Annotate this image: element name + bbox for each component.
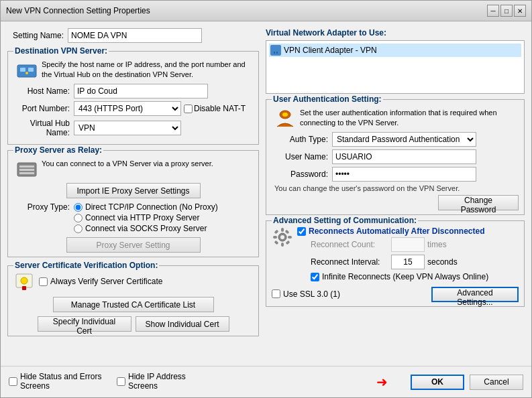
svg-rect-19 [281, 243, 284, 247]
server-cert-group: Server Certificate Verification Option: … [7, 265, 259, 336]
user-auth-icon [274, 108, 296, 129]
host-name-input[interactable] [74, 84, 208, 98]
setting-name-input[interactable] [68, 28, 202, 43]
proxy-http-label: Connect via HTTP Proxy Server [85, 213, 200, 222]
reconnect-count-label: Reconnect Count: [311, 240, 391, 249]
proxy-info: You can connect to a VPN Server via a pr… [13, 156, 253, 183]
footer-checkboxes: Hide Status and Errors Screens Hide IP A… [9, 372, 198, 392]
title-bar: New VPN Connection Setting Properties ─ … [1, 1, 531, 21]
hide-ip-row: Hide IP Address Screens [117, 372, 197, 391]
reconnect-auto-checkbox[interactable] [297, 227, 306, 236]
footer: Hide Status and Errors Screens Hide IP A… [1, 366, 531, 397]
proxy-socks-radio[interactable] [74, 224, 83, 233]
user-auth-desc: Set the user authentication information … [300, 108, 516, 129]
hide-status-label: Hide Status and Errors Screens [20, 372, 109, 391]
virtual-adapter-section: Virtual Network Adapter to Use: VPN Clie… [266, 28, 525, 94]
manage-trusted-ca-button[interactable]: Manage Trusted CA Certificate List [53, 297, 214, 312]
hide-status-checkbox[interactable] [9, 377, 17, 386]
setting-name-row: Setting Name: [7, 28, 259, 43]
user-name-row: User Name: [272, 149, 519, 164]
always-verify-row: Always Verify Server Certificate [39, 277, 162, 286]
auth-type-row: Auth Type: Standard Password Authenticat… [272, 132, 519, 147]
hub-name-label: Virtual Hub Name: [13, 119, 74, 137]
right-panel: Virtual Network Adapter to Use: VPN Clie… [266, 28, 525, 359]
always-verify-checkbox[interactable] [39, 277, 48, 286]
svg-point-3 [25, 72, 28, 74]
setting-name-label: Setting Name: [7, 31, 68, 40]
hub-name-select[interactable]: VPN [74, 121, 181, 135]
advanced-comm-options: Reconnects Automatically After Disconnec… [297, 226, 519, 283]
change-pass-text: You can change the user's password on th… [274, 184, 519, 192]
port-number-label: Port Number: [13, 104, 74, 113]
reconnect-interval-input[interactable] [391, 255, 425, 269]
port-number-row: Port Number: 443 (HTTPS Port) Disable NA… [13, 101, 253, 116]
proxy-direct-radio[interactable] [74, 203, 83, 212]
reconnect-count-input[interactable] [391, 237, 425, 252]
proxy-group: Proxy Server as Relay: You can connect t… [7, 150, 259, 257]
svg-rect-12 [274, 52, 275, 54]
user-auth-title: User Authentication Setting: [272, 94, 383, 104]
reconnect-count-unit: times [427, 240, 447, 249]
proxy-socks-label: Connect via SOCKS Proxy Server [85, 224, 207, 233]
advanced-settings-button[interactable]: Advanced Settings... [431, 287, 519, 302]
password-row: Password: [272, 167, 519, 182]
dialog-title: New VPN Connection Setting Properties [6, 6, 150, 15]
svg-rect-18 [281, 228, 284, 232]
svg-point-17 [280, 235, 284, 239]
cert-icon [13, 271, 35, 293]
adapter-name: VPN Client Adapter - VPN [284, 46, 377, 55]
reconnect-interval-unit: seconds [427, 257, 458, 267]
ok-button[interactable]: OK [411, 375, 464, 390]
user-name-input[interactable] [332, 149, 476, 164]
disable-nat-checkbox[interactable] [184, 105, 193, 113]
change-password-button[interactable]: Change Password [438, 195, 519, 210]
reconnect-count-row: Reconnect Count: times [311, 237, 519, 252]
auth-type-select[interactable]: Standard Password Authentication [332, 132, 476, 147]
proxy-server-icon [16, 159, 38, 180]
svg-rect-25 [274, 240, 278, 245]
infinite-reconnect-label: Infinite Reconnects (Keep VPN Always Onl… [322, 272, 488, 281]
svg-rect-13 [276, 52, 278, 54]
host-name-row: Host Name: [13, 84, 253, 98]
svg-rect-10 [22, 286, 26, 290]
specify-individual-cert-button[interactable]: Specify Individual Cert [38, 316, 131, 332]
proxy-setting-button[interactable]: Proxy Server Setting [66, 237, 201, 253]
always-verify-label: Always Verify Server Certificate [50, 277, 162, 286]
cancel-button[interactable]: Cancel [470, 375, 523, 390]
arrow-container: ➜ [203, 374, 406, 390]
auth-type-label: Auth Type: [272, 135, 332, 144]
hide-ip-checkbox[interactable] [117, 377, 125, 386]
minimize-button[interactable]: ─ [487, 5, 499, 17]
svg-point-15 [282, 113, 288, 117]
server-cert-title: Server Certificate Verification Option: [13, 261, 159, 270]
svg-rect-1 [20, 68, 25, 72]
use-ssl-label: Use SSL 3.0 (1) [283, 289, 340, 299]
svg-rect-7 [19, 172, 34, 174]
user-auth-info: Set the user authentication information … [272, 105, 519, 132]
disable-nat-label: Disable NAT-T [194, 104, 246, 113]
svg-rect-24 [284, 229, 289, 234]
svg-rect-5 [19, 165, 34, 168]
proxy-radio-direct: Direct TCP/IP Connection (No Proxy) [74, 202, 218, 212]
destination-vpn-group: Destination VPN Server: Specify the host… [7, 51, 259, 145]
adapter-item: VPN Client Adapter - VPN [269, 44, 521, 57]
maximize-button[interactable]: □ [500, 5, 513, 17]
hub-name-row: Virtual Hub Name: VPN [13, 119, 253, 137]
close-button[interactable]: ✕ [514, 5, 526, 17]
infinite-reconnect-checkbox[interactable] [311, 273, 319, 281]
show-individual-cert-button[interactable]: Show Individual Cert [136, 316, 229, 332]
reconnect-interval-label: Reconnect Interval: [311, 257, 391, 267]
password-input[interactable] [332, 167, 476, 182]
svg-rect-21 [288, 236, 292, 239]
proxy-group-title: Proxy Server as Relay: [13, 145, 103, 155]
proxy-direct-label: Direct TCP/IP Connection (No Proxy) [85, 202, 218, 212]
use-ssl-checkbox[interactable] [272, 289, 280, 298]
port-number-select[interactable]: 443 (HTTPS Port) [74, 101, 181, 116]
svg-point-9 [21, 277, 28, 284]
import-ie-proxy-button[interactable]: Import IE Proxy Server Settings [66, 183, 201, 198]
proxy-info-text: You can connect to a VPN Server via a pr… [42, 159, 213, 169]
proxy-radio-socks: Connect via SOCKS Proxy Server [74, 224, 218, 233]
proxy-http-radio[interactable] [74, 214, 83, 222]
svg-rect-23 [285, 240, 290, 245]
use-ssl-row: Use SSL 3.0 (1) [272, 289, 340, 299]
